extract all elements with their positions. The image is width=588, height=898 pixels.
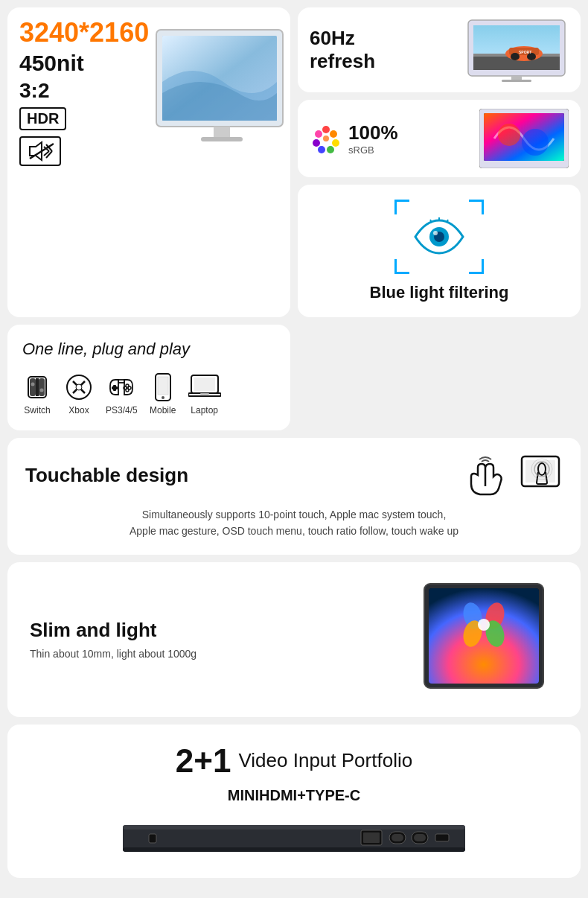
mobile-label: Mobile bbox=[150, 405, 176, 415]
refresh-text: 60Hz refresh bbox=[310, 27, 375, 73]
one-line-title: One line, plug and play bbox=[22, 340, 275, 359]
laptop-icon bbox=[188, 372, 221, 402]
slim-description: Thin about 10mm, light about 1000g bbox=[30, 648, 196, 660]
xbox-label: Xbox bbox=[68, 405, 89, 415]
one-line-card: One line, plug and play Switch bbox=[7, 325, 290, 430]
srgb-text-block: 100% sRGB bbox=[348, 121, 398, 156]
svg-point-23 bbox=[322, 126, 330, 133]
srgb-card: 100% sRGB bbox=[298, 100, 581, 177]
xbox-icon bbox=[64, 372, 94, 402]
video-number: 2+1 bbox=[176, 742, 231, 780]
svg-point-47 bbox=[40, 389, 44, 392]
slim-monitor-image bbox=[409, 580, 558, 699]
race-monitor-image: SPORT bbox=[464, 16, 569, 83]
mobile-icon bbox=[150, 372, 176, 402]
svg-rect-90 bbox=[149, 834, 156, 843]
refresh-card: 60Hz refresh bbox=[298, 7, 581, 92]
eye-icon-wrap bbox=[394, 200, 484, 274]
svg-rect-21 bbox=[511, 76, 522, 80]
device-icons: Switch Xbox bbox=[22, 372, 275, 415]
eye-icon bbox=[412, 217, 466, 256]
svg-rect-9 bbox=[214, 127, 230, 137]
svg-text:SPORT: SPORT bbox=[519, 50, 531, 54]
display-specs-card: 3240*2160 450nit 3:2 HDR bbox=[7, 7, 290, 317]
touch-screen-icon bbox=[518, 453, 563, 497]
svg-rect-52 bbox=[118, 380, 124, 383]
slim-title: Slim and light bbox=[30, 619, 196, 642]
video-subtitle: MINIHDMI+TYPE-C bbox=[25, 787, 563, 804]
video-input-card: 2+1 Video Input Portfolio MINIHDMI+TYPE-… bbox=[7, 725, 581, 878]
svg-point-24 bbox=[330, 130, 337, 138]
svg-rect-44 bbox=[39, 378, 45, 396]
svg-rect-60 bbox=[158, 377, 168, 395]
srgb-screen-image bbox=[479, 109, 569, 168]
touch-description: Simultaneously supports 10-point touch, … bbox=[25, 506, 563, 540]
svg-rect-89 bbox=[435, 834, 449, 841]
svg-point-27 bbox=[318, 146, 325, 153]
svg-rect-10 bbox=[201, 137, 243, 141]
svg-rect-65 bbox=[200, 393, 209, 395]
hand-icon bbox=[465, 453, 506, 497]
switch-icon bbox=[22, 372, 52, 402]
color-dots-icon bbox=[310, 122, 342, 155]
bracket-br bbox=[469, 259, 484, 274]
svg-rect-54 bbox=[112, 386, 118, 389]
svg-point-35 bbox=[522, 129, 549, 156]
video-title-text: Video Input Portfolio bbox=[238, 749, 412, 772]
svg-point-30 bbox=[323, 136, 329, 141]
monitor-mockup bbox=[149, 22, 290, 168]
svg-rect-84 bbox=[363, 832, 380, 843]
playstation-icon bbox=[106, 372, 136, 402]
svg-point-61 bbox=[162, 396, 164, 399]
svg-point-29 bbox=[315, 130, 322, 138]
device-ps: PS3/4/5 bbox=[106, 372, 138, 415]
speaker-icon bbox=[19, 136, 61, 166]
svg-point-46 bbox=[31, 383, 35, 386]
device-xbox: Xbox bbox=[64, 372, 94, 415]
bracket-tl bbox=[394, 200, 409, 214]
bracket-tr bbox=[469, 200, 484, 214]
bracket-bl bbox=[394, 259, 409, 274]
video-title-row: 2+1 Video Input Portfolio bbox=[25, 742, 563, 780]
touch-header: Touchable design bbox=[25, 453, 563, 497]
right-column: 60Hz refresh bbox=[298, 7, 581, 317]
device-mobile: Mobile bbox=[150, 372, 176, 415]
touch-icons bbox=[465, 453, 563, 497]
svg-point-25 bbox=[332, 139, 339, 147]
device-switch: Switch bbox=[22, 372, 52, 415]
svg-rect-88 bbox=[414, 834, 426, 841]
connector-bar-svg bbox=[108, 819, 480, 860]
slim-info: Slim and light Thin about 10mm, light ab… bbox=[30, 619, 196, 660]
touchable-card: Touchable design bbox=[7, 438, 581, 555]
blue-light-card: Blue light filtering bbox=[298, 185, 581, 317]
svg-rect-43 bbox=[30, 378, 36, 396]
svg-point-58 bbox=[126, 389, 129, 392]
svg-point-79 bbox=[478, 619, 490, 631]
svg-point-26 bbox=[327, 146, 334, 153]
svg-rect-73 bbox=[429, 588, 539, 684]
svg-rect-63 bbox=[194, 378, 215, 391]
svg-rect-86 bbox=[392, 834, 403, 841]
blue-light-title: Blue light filtering bbox=[370, 283, 509, 302]
slim-card: Slim and light Thin about 10mm, light ab… bbox=[7, 562, 581, 717]
svg-rect-45 bbox=[36, 378, 39, 396]
svg-rect-22 bbox=[502, 80, 531, 82]
laptop-label: Laptop bbox=[191, 405, 218, 415]
device-laptop: Laptop bbox=[188, 372, 221, 415]
hdr-badge: HDR bbox=[19, 107, 66, 130]
srgb-info: 100% sRGB bbox=[310, 121, 398, 156]
svg-point-38 bbox=[433, 231, 438, 235]
svg-rect-82 bbox=[123, 847, 465, 852]
svg-rect-81 bbox=[123, 825, 465, 829]
svg-point-34 bbox=[498, 124, 520, 146]
svg-point-51 bbox=[76, 384, 82, 390]
switch-label: Switch bbox=[24, 405, 50, 415]
connector-bar-image bbox=[25, 819, 563, 860]
ps-label: PS3/4/5 bbox=[106, 405, 138, 415]
touch-title: Touchable design bbox=[25, 464, 188, 487]
svg-point-28 bbox=[313, 139, 320, 147]
